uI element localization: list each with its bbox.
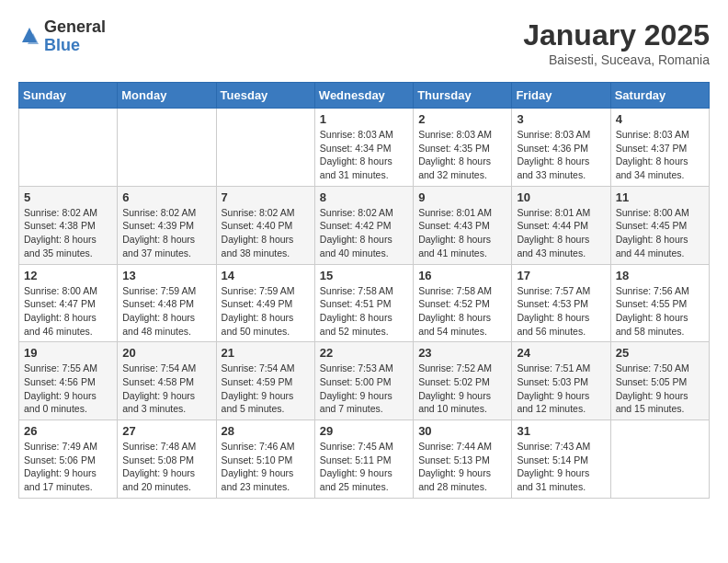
weekday-header: Tuesday [216, 83, 314, 109]
weekday-header: Thursday [414, 83, 512, 109]
calendar-cell [610, 420, 709, 499]
calendar-cell: 10Sunrise: 8:01 AMSunset: 4:44 PMDayligh… [512, 186, 610, 264]
calendar-week-row: 12Sunrise: 8:00 AMSunset: 4:47 PMDayligh… [19, 264, 710, 342]
day-info: Sunrise: 7:50 AMSunset: 5:05 PMDaylight:… [616, 362, 704, 416]
calendar-cell: 28Sunrise: 7:46 AMSunset: 5:10 PMDayligh… [216, 420, 314, 499]
day-number: 16 [418, 269, 506, 282]
calendar-cell: 26Sunrise: 7:49 AMSunset: 5:06 PMDayligh… [19, 420, 118, 499]
day-info: Sunrise: 7:52 AMSunset: 5:02 PMDaylight:… [418, 362, 506, 416]
day-info: Sunrise: 7:57 AMSunset: 4:53 PMDaylight:… [517, 284, 605, 339]
calendar-header-row: SundayMondayTuesdayWednesdayThursdayFrid… [19, 83, 710, 109]
calendar-cell: 23Sunrise: 7:52 AMSunset: 5:02 PMDayligh… [414, 342, 512, 420]
calendar-cell: 21Sunrise: 7:54 AMSunset: 4:59 PMDayligh… [216, 342, 314, 420]
day-info: Sunrise: 8:01 AMSunset: 4:43 PMDaylight:… [418, 206, 506, 260]
calendar-cell: 16Sunrise: 7:58 AMSunset: 4:52 PMDayligh… [414, 264, 512, 342]
day-number: 24 [517, 346, 605, 360]
day-info: Sunrise: 8:01 AMSunset: 4:44 PMDaylight:… [517, 206, 605, 260]
logo-text: General Blue [44, 18, 106, 55]
calendar-week-row: 1Sunrise: 8:03 AMSunset: 4:34 PMDaylight… [19, 109, 710, 187]
calendar-cell: 30Sunrise: 7:44 AMSunset: 5:13 PMDayligh… [414, 420, 512, 499]
calendar-cell: 19Sunrise: 7:55 AMSunset: 4:56 PMDayligh… [19, 342, 118, 420]
day-number: 7 [222, 190, 310, 204]
day-info: Sunrise: 8:02 AMSunset: 4:42 PMDaylight:… [320, 206, 408, 260]
calendar-cell: 11Sunrise: 8:00 AMSunset: 4:45 PMDayligh… [610, 186, 709, 264]
calendar-cell: 1Sunrise: 8:03 AMSunset: 4:34 PMDaylight… [314, 109, 413, 187]
month-title: January 2025 [523, 18, 710, 52]
day-number: 10 [517, 190, 605, 204]
day-number: 17 [517, 269, 605, 282]
day-info: Sunrise: 7:59 AMSunset: 4:49 PMDaylight:… [222, 284, 310, 339]
day-number: 15 [320, 269, 408, 282]
calendar-week-row: 26Sunrise: 7:49 AMSunset: 5:06 PMDayligh… [19, 420, 710, 499]
calendar-cell: 29Sunrise: 7:45 AMSunset: 5:11 PMDayligh… [314, 420, 413, 499]
day-info: Sunrise: 7:48 AMSunset: 5:08 PMDaylight:… [122, 440, 210, 494]
day-info: Sunrise: 7:58 AMSunset: 4:52 PMDaylight:… [418, 284, 506, 339]
day-info: Sunrise: 8:02 AMSunset: 4:39 PMDaylight:… [122, 206, 210, 260]
calendar-cell: 17Sunrise: 7:57 AMSunset: 4:53 PMDayligh… [512, 264, 610, 342]
calendar-cell: 31Sunrise: 7:43 AMSunset: 5:14 PMDayligh… [512, 420, 610, 499]
day-number: 14 [222, 269, 310, 282]
calendar-cell: 5Sunrise: 8:02 AMSunset: 4:38 PMDaylight… [19, 186, 118, 264]
day-info: Sunrise: 7:54 AMSunset: 4:59 PMDaylight:… [222, 362, 310, 416]
day-number: 13 [122, 269, 210, 282]
day-number: 9 [418, 190, 506, 204]
calendar-cell: 24Sunrise: 7:51 AMSunset: 5:03 PMDayligh… [512, 342, 610, 420]
day-info: Sunrise: 7:59 AMSunset: 4:48 PMDaylight:… [122, 284, 210, 339]
day-number: 20 [122, 346, 210, 360]
weekday-header: Friday [512, 83, 610, 109]
weekday-header: Saturday [610, 83, 709, 109]
calendar-cell: 6Sunrise: 8:02 AMSunset: 4:39 PMDaylight… [118, 186, 216, 264]
calendar-cell: 13Sunrise: 7:59 AMSunset: 4:48 PMDayligh… [118, 264, 216, 342]
day-number: 30 [418, 424, 506, 438]
day-info: Sunrise: 7:53 AMSunset: 5:00 PMDaylight:… [320, 362, 408, 416]
day-info: Sunrise: 7:49 AMSunset: 5:06 PMDaylight:… [24, 440, 112, 494]
calendar-cell: 9Sunrise: 8:01 AMSunset: 4:43 PMDaylight… [414, 186, 512, 264]
page-header: General Blue January 2025 Baisesti, Suce… [18, 18, 710, 67]
day-info: Sunrise: 8:03 AMSunset: 4:34 PMDaylight:… [320, 128, 408, 182]
day-number: 28 [222, 424, 310, 438]
calendar-cell: 25Sunrise: 7:50 AMSunset: 5:05 PMDayligh… [610, 342, 709, 420]
calendar-cell [19, 109, 118, 187]
day-number: 6 [122, 190, 210, 204]
calendar-cell: 20Sunrise: 7:54 AMSunset: 4:58 PMDayligh… [118, 342, 216, 420]
day-number: 22 [320, 346, 408, 360]
calendar-cell: 3Sunrise: 8:03 AMSunset: 4:36 PMDaylight… [512, 109, 610, 187]
day-number: 21 [222, 346, 310, 360]
day-number: 27 [122, 424, 210, 438]
day-number: 5 [24, 190, 112, 204]
day-number: 25 [616, 346, 704, 360]
day-info: Sunrise: 8:02 AMSunset: 4:38 PMDaylight:… [24, 206, 112, 260]
calendar-week-row: 19Sunrise: 7:55 AMSunset: 4:56 PMDayligh… [19, 342, 710, 420]
logo-general: General [44, 18, 106, 37]
calendar-cell [216, 109, 314, 187]
day-number: 12 [24, 269, 112, 282]
logo: General Blue [18, 18, 106, 55]
logo-icon [18, 26, 40, 48]
title-block: January 2025 Baisesti, Suceava, Romania [523, 18, 710, 67]
day-number: 11 [616, 190, 704, 204]
day-info: Sunrise: 8:00 AMSunset: 4:45 PMDaylight:… [616, 206, 704, 260]
location-subtitle: Baisesti, Suceava, Romania [523, 52, 710, 67]
calendar-week-row: 5Sunrise: 8:02 AMSunset: 4:38 PMDaylight… [19, 186, 710, 264]
day-info: Sunrise: 7:51 AMSunset: 5:03 PMDaylight:… [517, 362, 605, 416]
calendar-cell: 8Sunrise: 8:02 AMSunset: 4:42 PMDaylight… [314, 186, 413, 264]
day-number: 4 [616, 112, 704, 126]
day-info: Sunrise: 7:46 AMSunset: 5:10 PMDaylight:… [222, 440, 310, 494]
day-number: 18 [616, 269, 704, 282]
weekday-header: Monday [118, 83, 216, 109]
calendar-cell: 12Sunrise: 8:00 AMSunset: 4:47 PMDayligh… [19, 264, 118, 342]
day-info: Sunrise: 7:45 AMSunset: 5:11 PMDaylight:… [320, 440, 408, 494]
day-info: Sunrise: 8:03 AMSunset: 4:35 PMDaylight:… [418, 128, 506, 182]
calendar-cell: 7Sunrise: 8:02 AMSunset: 4:40 PMDaylight… [216, 186, 314, 264]
day-info: Sunrise: 7:44 AMSunset: 5:13 PMDaylight:… [418, 440, 506, 494]
day-number: 2 [418, 112, 506, 126]
day-number: 23 [418, 346, 506, 360]
weekday-header: Wednesday [314, 83, 413, 109]
calendar-cell [118, 109, 216, 187]
calendar-cell: 15Sunrise: 7:58 AMSunset: 4:51 PMDayligh… [314, 264, 413, 342]
day-info: Sunrise: 7:43 AMSunset: 5:14 PMDaylight:… [517, 440, 605, 494]
logo-blue: Blue [44, 37, 106, 55]
day-number: 26 [24, 424, 112, 438]
day-info: Sunrise: 8:00 AMSunset: 4:47 PMDaylight:… [24, 284, 112, 339]
day-info: Sunrise: 8:03 AMSunset: 4:37 PMDaylight:… [616, 128, 704, 182]
